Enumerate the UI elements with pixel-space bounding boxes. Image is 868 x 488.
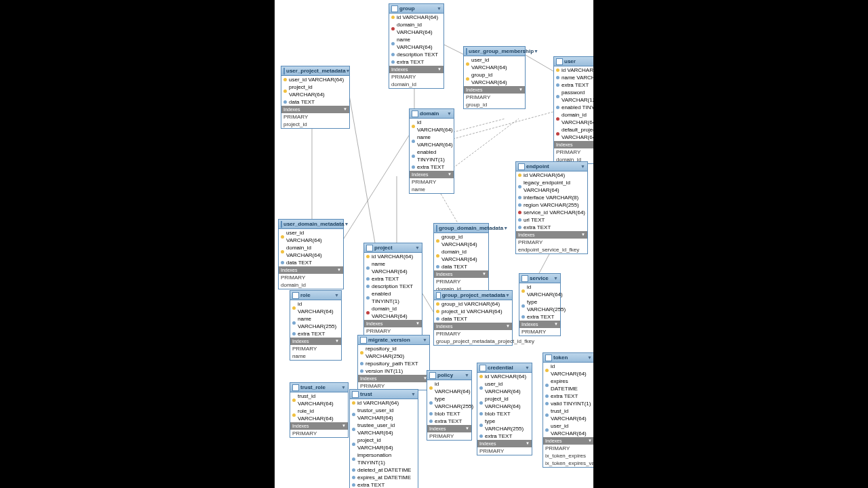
collapse-icon[interactable]: ▼ (415, 244, 420, 251)
collapse-icon[interactable]: ▼ (465, 425, 469, 432)
collapse-icon[interactable]: ▼ (437, 5, 441, 12)
table-trust_role[interactable]: trust_role▼trust_id VARCHAR(64)role_id V… (290, 382, 349, 438)
table-group_project_metadata[interactable]: group_project_metadata▼group_id VARCHAR(… (433, 290, 513, 346)
table-migrate_version[interactable]: migrate_version▼repository_id VARCHAR(25… (357, 335, 430, 390)
collapse-icon[interactable]: ▼ (580, 163, 585, 170)
collapse-icon[interactable]: ▼ (503, 224, 508, 232)
table-credential[interactable]: credential▼id VARCHAR(64)user_id VARCHAR… (477, 363, 532, 455)
collapse-icon[interactable]: ▼ (422, 336, 427, 344)
indexes-header[interactable]: Indexes▼ (516, 231, 587, 239)
table-header[interactable]: trust▼ (350, 390, 418, 399)
collapse-icon[interactable]: ▼ (334, 291, 339, 299)
indexes-header[interactable]: Indexes▼ (427, 425, 471, 432)
collapse-icon[interactable]: ▼ (581, 231, 585, 239)
table-header[interactable]: migrate_version▼ (358, 336, 429, 345)
collapse-icon[interactable]: ▼ (344, 220, 349, 228)
column: type VARCHAR(255) (427, 395, 471, 410)
table-header[interactable]: policy▼ (427, 371, 471, 380)
table-header[interactable]: group_domain_metadata▼ (434, 224, 488, 233)
collapse-icon[interactable]: ▼ (342, 422, 346, 430)
column-def: data TEXT (286, 259, 312, 266)
table-role[interactable]: role▼id VARCHAR(64)name VARCHAR(255)extr… (290, 290, 342, 361)
table-header[interactable]: group_project_metadata▼ (434, 291, 512, 300)
collapse-icon[interactable]: ▼ (534, 47, 538, 55)
indexes-header[interactable]: Indexes▼ (434, 323, 512, 330)
indexes-header[interactable]: Indexes▼ (364, 320, 422, 327)
collapse-icon[interactable]: ▼ (554, 321, 558, 328)
collapse-icon[interactable]: ▼ (526, 440, 530, 447)
collapse-icon[interactable]: ▼ (411, 390, 416, 398)
indexes-header[interactable]: Indexes▼ (389, 66, 443, 73)
table-user_project_metadata[interactable]: user_project_metadata▼user_id VARCHAR(64… (281, 66, 350, 129)
collapse-icon[interactable]: ▼ (335, 338, 339, 345)
collapse-icon[interactable]: ▼ (437, 66, 441, 73)
collapse-icon[interactable]: ▼ (448, 171, 452, 178)
collapse-icon[interactable]: ▼ (587, 354, 592, 361)
collapse-icon[interactable]: ▼ (519, 86, 523, 94)
table-header[interactable]: user_group_membership▼ (464, 47, 525, 56)
col-type-icon (352, 483, 355, 487)
collapse-icon[interactable]: ▼ (482, 270, 486, 278)
collapse-icon[interactable]: ▼ (553, 274, 558, 282)
table-header[interactable]: endpoint▼ (516, 162, 587, 171)
collapse-icon[interactable]: ▼ (416, 320, 420, 327)
collapse-icon[interactable]: ▼ (465, 371, 469, 379)
column: group_id VARCHAR(64) (434, 233, 488, 248)
table-endpoint[interactable]: endpoint▼id VARCHAR(64)legacy_endpoint_i… (515, 161, 588, 254)
indexes-header[interactable]: Indexes▼ (281, 106, 349, 113)
indexes-label: Indexes (292, 338, 309, 345)
table-token[interactable]: token▼id VARCHAR(64)expires DATETIMEextr… (542, 352, 593, 468)
collapse-icon[interactable]: ▼ (525, 364, 530, 371)
collapse-icon[interactable]: ▼ (346, 67, 351, 75)
index-entry: PRIMARY (464, 94, 525, 101)
indexes-header[interactable]: Indexes▼ (279, 266, 343, 274)
column: description TEXT (364, 283, 422, 290)
table-user_group_membership[interactable]: user_group_membership▼user_id VARCHAR(64… (463, 46, 526, 109)
table-group[interactable]: group▼id VARCHAR(64)domain_id VARCHAR(64… (389, 3, 444, 89)
column-def: group_id VARCHAR(64) (441, 233, 486, 248)
table-header[interactable]: domain▼ (410, 109, 454, 119)
table-header[interactable]: user_project_metadata▼ (281, 66, 349, 76)
table-user[interactable]: user▼id VARCHAR(64)name VARCHAR(255)extr… (553, 56, 593, 164)
collapse-icon[interactable]: ▼ (505, 291, 510, 299)
table-icon (412, 110, 418, 117)
table-header[interactable]: user_domain_metadata▼ (279, 220, 343, 229)
table-header[interactable]: project▼ (364, 243, 422, 253)
collapse-icon[interactable]: ▼ (341, 384, 346, 391)
index-entry: name (290, 352, 341, 360)
table-icon (479, 365, 486, 371)
table-user_domain_metadata[interactable]: user_domain_metadata▼user_id VARCHAR(64)… (278, 219, 344, 289)
indexes-header[interactable]: Indexes▼ (543, 437, 593, 445)
table-title: trust_role (300, 384, 341, 391)
table-trust[interactable]: trust▼id VARCHAR(64)trustor_user_id VARC… (349, 389, 418, 488)
table-header[interactable]: trust_role▼ (290, 383, 348, 392)
indexes-header[interactable]: Indexes▼ (410, 171, 454, 178)
table-project[interactable]: project▼id VARCHAR(64)name VARCHAR(64)ex… (363, 243, 422, 343)
table-header[interactable]: credential▼ (477, 363, 532, 373)
indexes-header[interactable]: Indexes▼ (519, 321, 560, 328)
collapse-icon[interactable]: ▼ (447, 110, 452, 117)
indexes-header[interactable]: Indexes▼ (477, 440, 532, 447)
table-policy[interactable]: policy▼id VARCHAR(64)type VARCHAR(255)bl… (427, 370, 472, 441)
table-header[interactable]: service▼ (519, 274, 560, 283)
column: user_id VARCHAR(64) (543, 422, 593, 437)
table-group_domain_metadata[interactable]: group_domain_metadata▼group_id VARCHAR(6… (433, 223, 489, 293)
indexes-header[interactable]: Indexes▼ (290, 422, 348, 430)
col-type-icon (352, 401, 355, 405)
table-service[interactable]: service▼id VARCHAR(64)type VARCHAR(255)e… (519, 273, 561, 336)
column: url TEXT (516, 216, 587, 224)
table-header[interactable]: group▼ (389, 4, 443, 14)
collapse-icon[interactable]: ▼ (588, 437, 592, 445)
table-domain[interactable]: domain▼id VARCHAR(64)name VARCHAR(64)ena… (409, 108, 454, 194)
table-header[interactable]: user▼ (554, 57, 593, 66)
collapse-icon[interactable]: ▼ (506, 323, 510, 330)
indexes-header[interactable]: Indexes▼ (554, 141, 593, 148)
indexes-header[interactable]: Indexes▼ (464, 86, 525, 94)
table-header[interactable]: token▼ (543, 353, 593, 363)
table-header[interactable]: role▼ (290, 291, 341, 300)
indexes-header[interactable]: Indexes▼ (358, 375, 429, 382)
collapse-icon[interactable]: ▼ (343, 106, 347, 113)
collapse-icon[interactable]: ▼ (337, 266, 341, 274)
indexes-header[interactable]: Indexes▼ (290, 338, 341, 345)
indexes-header[interactable]: Indexes▼ (434, 270, 488, 278)
